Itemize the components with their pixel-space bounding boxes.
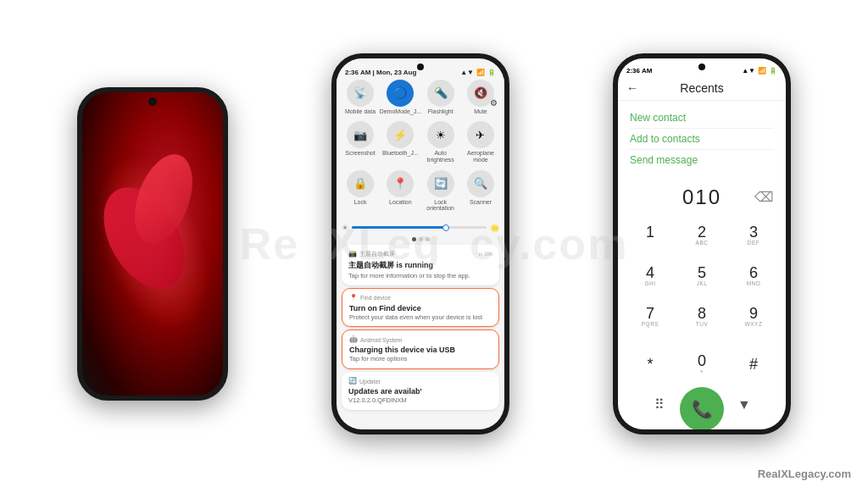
dot-3 <box>426 237 430 241</box>
add-to-contacts-option[interactable]: Add to contacts <box>630 129 774 150</box>
keypad-row-1: 1 2 ABC 3 DEF <box>630 218 774 253</box>
keypad-bottom-row: * 0 + # <box>618 346 786 382</box>
tile-orientation[interactable]: 🔄 Lock orientation <box>424 170 458 212</box>
tile-flashlight-label: Flashlight <box>428 108 453 115</box>
key-9-letters: WXYZ <box>745 321 763 327</box>
tile-scanner[interactable]: 🔍 Scanner <box>464 170 498 212</box>
auto-brightness-icon: ☀ <box>427 121 454 148</box>
call-button[interactable]: 📞 <box>680 387 724 429</box>
key-4[interactable]: 4 GHI <box>630 258 670 294</box>
tile-flashlight[interactable]: 🔦 Flashlight <box>424 80 458 115</box>
phone-middle-screen: 2:36 AM | Mon, 23 Aug ▲▼ 📶 🔋 ⚙ 📡 Mobile … <box>337 58 504 429</box>
notif-4-header: 🔄 Updater <box>348 377 492 385</box>
notification-card-2[interactable]: 📍 Find device Turn on Find device Protec… <box>342 288 499 328</box>
key-5-letters: JKL <box>697 280 708 286</box>
phone-middle-frame: 2:36 AM | Mon, 23 Aug ▲▼ 📶 🔋 ⚙ 📡 Mobile … <box>331 53 509 434</box>
notif-2-body: Protect your data even when your device … <box>349 313 492 322</box>
brightness-max-icon: 🌟 <box>490 224 499 232</box>
tile-lock-label: Lock <box>354 199 367 206</box>
right-wifi-icon: 📶 <box>758 67 766 75</box>
key-0-letters: + <box>700 368 704 374</box>
notification-card-3[interactable]: 🤖 Android System Charging this device vi… <box>342 329 499 369</box>
keypad: 1 2 ABC 3 DEF 4 GHI 5 <box>618 214 786 343</box>
tile-mute[interactable]: 🔇 Mute <box>464 80 498 115</box>
phone-left-frame <box>77 87 228 401</box>
notif-4-body: V12.0.2.0.QFDINXM <box>348 396 492 405</box>
notif-1-title: 主题自动截屏 is running <box>348 260 492 271</box>
tile-screenshot[interactable]: 📷 Screenshot <box>343 121 377 163</box>
tile-airplane[interactable]: ✈ Aeroplane mode <box>464 121 498 163</box>
call-button-row: ⠿ 📞 ▼ <box>618 382 786 429</box>
key-1[interactable]: 1 <box>630 218 670 253</box>
notif-4-app-name: Updater <box>359 379 381 385</box>
notif-2-app-name: Find device <box>360 295 391 301</box>
tile-demomode-label: DemoMode_J... <box>380 108 421 115</box>
notif-1-body: Tap for more information or to stop the … <box>348 272 492 280</box>
key-6-num: 6 <box>749 265 758 280</box>
keypad-row-3: 7 PQRS 8 TUV 9 WXYZ <box>630 299 774 335</box>
brightness-track[interactable] <box>352 226 487 229</box>
screenshot-icon: 📷 <box>347 121 374 148</box>
tile-mobile-data-label: Mobile data <box>345 108 376 115</box>
orientation-icon: 🔄 <box>427 170 454 197</box>
key-3[interactable]: 3 DEF <box>733 218 774 253</box>
key-6[interactable]: 6 MNO <box>733 258 774 294</box>
key-8-num: 8 <box>698 306 706 321</box>
tile-demomode[interactable]: 🔵 DemoMode_J... <box>383 80 417 115</box>
key-2[interactable]: 2 ABC <box>682 218 722 253</box>
right-status-icons: ▲▼ 📶 🔋 <box>742 67 777 75</box>
dialpad-grid-icon[interactable]: ⠿ <box>639 387 680 423</box>
dialer-header: ← Recents <box>618 76 786 101</box>
key-7[interactable]: 7 PQRS <box>630 299 670 335</box>
key-9[interactable]: 9 WXYZ <box>733 299 774 335</box>
key-0[interactable]: 0 + <box>682 346 722 382</box>
new-contact-option[interactable]: New contact <box>630 108 774 129</box>
key-star[interactable]: * <box>630 346 670 382</box>
key-5[interactable]: 5 JKL <box>682 258 722 294</box>
tile-location[interactable]: 📍 Location <box>383 170 417 212</box>
tile-auto-brightness[interactable]: ☀ Auto brightness <box>424 121 458 163</box>
quick-tiles-row-3: 🔒 Lock 📍 Location 🔄 Lock orientation 🔍 S… <box>343 170 498 212</box>
send-message-option[interactable]: Send message <box>630 150 774 170</box>
notification-card-4[interactable]: 🔄 Updater Updates are availab' V12.0.2.0… <box>342 372 499 410</box>
key-5-num: 5 <box>698 265 706 280</box>
demomode-icon: 🔵 <box>387 80 414 107</box>
phone-left-screen <box>82 92 223 396</box>
location-icon: 📍 <box>387 170 414 197</box>
wifi-icon: 📶 <box>476 69 485 76</box>
flashlight-icon: 🔦 <box>427 80 454 107</box>
tile-lock[interactable]: 🔒 Lock <box>343 170 377 212</box>
number-display: 010 ⌫ <box>618 177 786 214</box>
key-1-num: 1 <box>646 224 654 240</box>
settings-gear-icon[interactable]: ⚙ <box>490 98 498 108</box>
bluetooth-icon: ⚡ <box>387 121 414 148</box>
notif-3-app-icon: 🤖 <box>349 335 358 344</box>
key-hash[interactable]: # <box>733 346 774 382</box>
brightness-slider-row[interactable]: ☀ 🌟 <box>337 222 504 237</box>
battery-icon: 🔋 <box>487 69 496 76</box>
notif-2-header: 📍 Find device <box>349 294 492 302</box>
middle-time: 2:36 AM | Mon, 23 Aug <box>345 69 416 76</box>
back-arrow-icon[interactable]: ← <box>626 81 638 95</box>
notification-card-1[interactable]: 📸 主题自动截屏 in 10h 主题自动截屏 is running Tap fo… <box>342 245 499 285</box>
brightness-thumb[interactable] <box>442 224 449 231</box>
tile-bluetooth[interactable]: ⚡ Bluetooth_J... <box>383 121 417 163</box>
watermark-bottom: RealXLegacy.com <box>758 468 851 480</box>
dialer-title: Recents <box>645 81 759 95</box>
tile-mobile-data[interactable]: 📡 Mobile data <box>343 80 377 115</box>
notif-4-app-icon: 🔄 <box>348 377 357 385</box>
backspace-button[interactable]: ⌫ <box>754 189 774 205</box>
tile-orientation-label: Lock orientation <box>424 199 458 212</box>
signal-icon: ▲▼ <box>460 69 474 76</box>
tile-mute-label: Mute <box>474 108 487 115</box>
tile-auto-brightness-label: Auto brightness <box>424 150 458 163</box>
key-1-letters <box>649 240 651 246</box>
notif-2-title: Turn on Find device <box>349 304 492 313</box>
key-8-letters: TUV <box>696 321 709 327</box>
notif-3-app-name: Android System <box>360 337 402 343</box>
key-8[interactable]: 8 TUV <box>682 299 722 335</box>
notif-1-app-icon: 📸 <box>348 250 357 258</box>
more-options-icon[interactable]: ▼ <box>724 387 765 423</box>
scanner-icon: 🔍 <box>467 170 494 197</box>
notif-1-app-name: 主题自动截屏 <box>359 250 395 258</box>
